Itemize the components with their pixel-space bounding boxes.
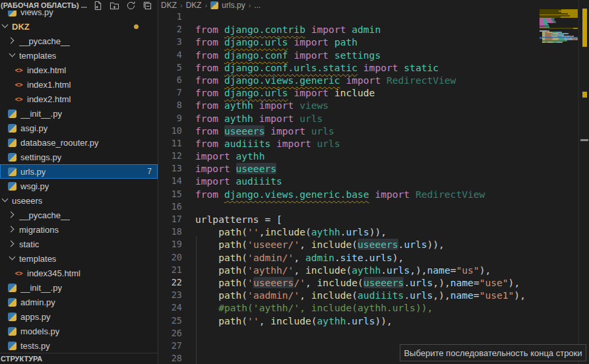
- tree-item-label: admin.py: [20, 297, 55, 307]
- python-file-icon: [7, 123, 17, 133]
- tree-item-useeers[interactable]: useeers: [0, 193, 158, 208]
- line-number: 18: [159, 226, 182, 238]
- code-line-22[interactable]: 22 path('useeers/', include(useeers.urls…: [159, 276, 589, 289]
- code-line-5[interactable]: 5from django.conf.urls.static import sta…: [159, 61, 589, 74]
- line-text: path('aythh/', include(aythh.urls,),name…: [195, 264, 491, 276]
- tree-item-admin-py[interactable]: admin.py: [0, 295, 158, 309]
- tree-item-index1-html[interactable]: <>index1.html: [0, 77, 158, 92]
- tree-item-index2-html[interactable]: <>index2.html: [0, 92, 158, 106]
- tree-item-label: __pycache__: [19, 36, 70, 46]
- breadcrumb-item[interactable]: DKZ: [161, 1, 177, 10]
- breadcrumb-item[interactable]: urls.py: [222, 1, 245, 10]
- line-number: 1: [159, 11, 182, 23]
- ruler-warning-mark: [582, 9, 587, 47]
- line-text: from useeers import urls: [195, 125, 334, 137]
- new-folder-icon[interactable]: [109, 0, 119, 11]
- new-file-icon[interactable]: [92, 0, 103, 11]
- tree-item--pycache-[interactable]: __pycache__: [0, 208, 158, 222]
- explorer-section-header[interactable]: (РАБОЧАЯ ОБЛАСТЬ) ...: [0, 0, 158, 11]
- tree-item-wsgi-py[interactable]: wsgi.py: [0, 179, 158, 193]
- code-line-9[interactable]: 9from aythh import urls: [159, 112, 589, 125]
- python-file-icon: [7, 341, 17, 351]
- chevron-right-icon[interactable]: [9, 241, 15, 247]
- tree-item-migrations[interactable]: migrations: [0, 222, 158, 237]
- breadcrumb-separator: ›: [180, 1, 183, 9]
- minimap[interactable]: [540, 0, 578, 171]
- chevron-right-icon[interactable]: [9, 212, 15, 218]
- line-number: 12: [159, 150, 182, 162]
- line-number: 28: [159, 352, 182, 364]
- breadcrumb-item[interactable]: ...: [254, 1, 261, 10]
- code-line-25[interactable]: 25 path('', include(aythh.urls)),: [159, 315, 589, 327]
- tree-item-index345-html[interactable]: <>index345.html: [0, 266, 158, 280]
- code-line-13[interactable]: 13import useeers: [159, 162, 589, 175]
- code-line-18[interactable]: 18 path('',include(aythh.urls)),: [159, 226, 589, 238]
- collapse-all-icon[interactable]: [142, 0, 152, 11]
- code-line-20[interactable]: 20 path('admin/', admin.site.urls),: [159, 251, 589, 264]
- chevron-down-icon[interactable]: [9, 255, 15, 262]
- breadcrumb-separator: ›: [249, 1, 251, 9]
- line-number: 25: [159, 315, 182, 327]
- overview-ruler-scrollbar[interactable]: [578, 0, 589, 364]
- tree-item-dkz[interactable]: DKZ: [0, 19, 158, 34]
- code-line-10[interactable]: 10from useeers import urls: [159, 125, 589, 137]
- breadcrumb-separator: ›: [205, 1, 208, 9]
- python-file-icon: [7, 297, 17, 307]
- code-line-26[interactable]: 26: [159, 327, 589, 340]
- tree-item-settings-py[interactable]: settings.py: [0, 150, 158, 164]
- tree-item--init-py[interactable]: __init__.py: [0, 106, 158, 121]
- code-line-3[interactable]: 3from django.urls import path: [159, 36, 589, 48]
- tree-item-asgi-py[interactable]: asgi.py: [0, 121, 158, 135]
- tree-item-urls-py[interactable]: urls.py7: [0, 164, 158, 179]
- code-line-14[interactable]: 14import audiiits: [159, 175, 589, 187]
- tree-item-static[interactable]: static: [0, 237, 158, 251]
- chevron-right-icon[interactable]: [9, 226, 15, 233]
- tree-item-apps-py[interactable]: apps.py: [0, 309, 158, 324]
- tree-item--pycache-[interactable]: __pycache__: [0, 34, 158, 48]
- outline-title: СТРУКТУРА: [1, 355, 42, 363]
- line-number: 27: [159, 340, 182, 352]
- line-text: from django.urls import include: [195, 86, 375, 99]
- code-line-8[interactable]: 8from aythh import views: [159, 99, 589, 111]
- python-file-icon: [7, 312, 17, 322]
- line-number: 20: [159, 251, 182, 264]
- line-number: 24: [159, 301, 182, 314]
- tree-item-label: apps.py: [20, 312, 51, 322]
- code-line-21[interactable]: 21 path('aythh/', include(aythh.urls,),n…: [159, 264, 589, 276]
- tree-item-index-html[interactable]: <>index.html: [0, 63, 158, 77]
- code-area[interactable]: 12from django.contrib import admin3from …: [159, 11, 589, 364]
- code-line-2[interactable]: 2from django.contrib import admin: [159, 23, 589, 36]
- tree-item-label: settings.py: [20, 152, 61, 162]
- chevron-right-icon[interactable]: [9, 38, 15, 44]
- tree-item-label: __init__.py: [20, 283, 62, 293]
- code-line-4[interactable]: 4from django.conf import settings: [159, 49, 589, 61]
- code-line-23[interactable]: 23 path('aadmin/', include(audiiits.urls…: [159, 289, 589, 301]
- code-line-12[interactable]: 12import aythh: [159, 150, 589, 162]
- line-number: 10: [159, 125, 182, 137]
- refresh-icon[interactable]: [125, 0, 136, 11]
- tree-item-templates[interactable]: templates: [0, 48, 158, 63]
- breadcrumb-item[interactable]: DKZ: [186, 1, 202, 10]
- chevron-down-icon[interactable]: [1, 23, 8, 30]
- code-line-17[interactable]: 17urlpatterns = [: [159, 213, 589, 226]
- line-text: from audiiits import urls: [195, 137, 340, 150]
- code-line-11[interactable]: 11from audiiits import urls: [159, 137, 589, 150]
- line-number: 7: [159, 86, 182, 99]
- chevron-down-icon[interactable]: [1, 197, 8, 204]
- tree-item-database-roouter-py[interactable]: database_roouter.py: [0, 135, 158, 150]
- code-line-1[interactable]: 1: [159, 11, 589, 23]
- code-line-6[interactable]: 6from django.views.generic import Redire…: [159, 74, 589, 86]
- code-line-19[interactable]: 19 path('useeer/', include(useeers.urls)…: [159, 238, 589, 251]
- tree-item-models-py[interactable]: models.py: [0, 324, 158, 338]
- tree-item-label: templates: [19, 51, 56, 61]
- chevron-down-icon[interactable]: [9, 52, 15, 59]
- tree-item--init-py[interactable]: __init__.py: [0, 280, 158, 295]
- tree-item-templates[interactable]: templates: [0, 251, 158, 266]
- code-line-15[interactable]: 15from django.views.generic.base import …: [159, 188, 589, 200]
- tree-item-label: index345.html: [27, 268, 80, 278]
- code-line-7[interactable]: 7from django.urls import include: [159, 86, 589, 99]
- code-line-16[interactable]: 16: [159, 200, 589, 213]
- outline-section-header[interactable]: СТРУКТУРА: [0, 353, 158, 364]
- tree-item-tests-py[interactable]: tests.py: [0, 338, 158, 353]
- code-line-24[interactable]: 24 #path('aythh/', include(aythh.urls)),: [159, 301, 589, 314]
